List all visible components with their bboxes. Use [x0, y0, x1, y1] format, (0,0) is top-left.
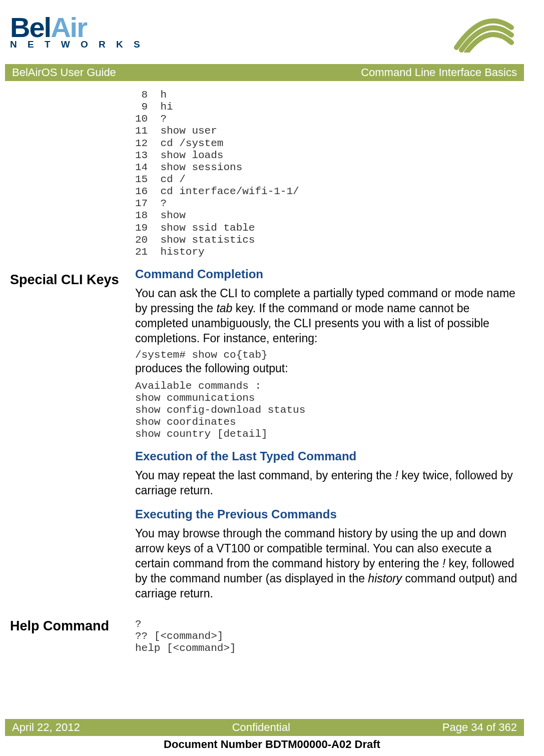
command-completion-para1: You can ask the CLI to complete a partia… — [135, 286, 524, 346]
tab-key: tab — [216, 302, 232, 315]
right-column: 8 h 9 hi 10 ? 11 show user 12 cd /system… — [135, 89, 524, 258]
right-column: ? ?? [<command>] help [<command>] — [135, 604, 524, 654]
help-command-heading: Help Command — [10, 618, 125, 634]
footer-date: April 22, 2012 — [12, 721, 80, 734]
footer-confidential: Confidential — [232, 721, 290, 734]
completion-example-output: Available commands : show communications… — [135, 380, 524, 441]
footer-bar: April 22, 2012 Confidential Page 34 of 3… — [5, 719, 524, 736]
logo-line2: N E T W O R K S — [10, 39, 144, 50]
content-grid: 8 h 9 hi 10 ? 11 show user 12 cd /system… — [5, 89, 524, 654]
left-column: Help Command — [10, 604, 125, 654]
belair-logo: BelAir N E T W O R K S — [10, 15, 144, 50]
command-completion-title: Command Completion — [135, 267, 524, 281]
completion-example-input: /system# show co{tab} — [135, 349, 524, 361]
title-right: Command Line Interface Basics — [361, 66, 517, 79]
help-syntax: ? ?? [<command>] help [<command>] — [135, 618, 524, 654]
logo-bel: Bel — [10, 12, 51, 43]
exec-last-title: Execution of the Last Typed Command — [135, 449, 524, 463]
exec-prev-para: You may browse through the command histo… — [135, 526, 524, 601]
title-left: BelAirOS User Guide — [12, 66, 116, 79]
history-word: history — [368, 572, 402, 585]
right-column: Command Completion You can ask the CLI t… — [135, 258, 524, 604]
special-cli-keys-heading: Special CLI Keys — [10, 272, 125, 288]
page: BelAir N E T W O R K S BelAirOS User Gui… — [0, 0, 544, 654]
command-completion-para2: produces the following output: — [135, 361, 524, 376]
history-output: 8 h 9 hi 10 ? 11 show user 12 cd /system… — [135, 89, 524, 258]
left-column — [10, 89, 125, 258]
swoosh-icon — [454, 13, 514, 53]
exec-last-para: You may repeat the last command, by ente… — [135, 468, 524, 498]
logo-line1: BelAir — [10, 15, 144, 40]
left-column: Special CLI Keys — [10, 258, 125, 604]
document-number: Document Number BDTM00000-A02 Draft — [0, 738, 544, 751]
exec-prev-title: Executing the Previous Commands — [135, 507, 524, 521]
footer-page: Page 34 of 362 — [442, 721, 517, 734]
logo-air: Air — [51, 12, 87, 43]
title-bar: BelAirOS User Guide Command Line Interfa… — [5, 64, 524, 81]
header: BelAir N E T W O R K S — [5, 5, 524, 60]
